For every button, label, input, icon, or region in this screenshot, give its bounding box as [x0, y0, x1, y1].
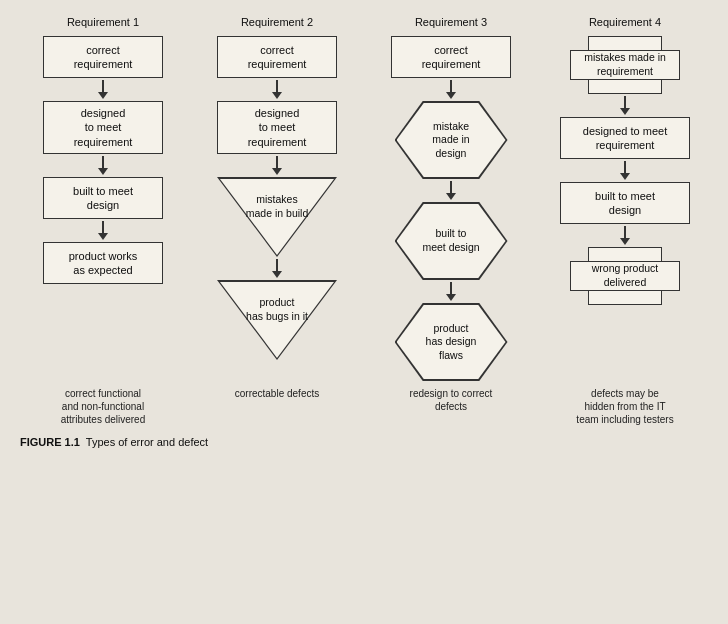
arrow-req2-1: [272, 156, 282, 175]
captions-row: correct functional and non-functional at…: [16, 387, 712, 426]
column-req1: Requirement 1 correct requirement design…: [16, 16, 190, 381]
column-req3: Requirement 3 correct requirement mistak…: [364, 16, 538, 381]
column-req2: Requirement 2 correct requirement design…: [190, 16, 364, 381]
node-req4-2: designed to meet requirement: [560, 117, 690, 159]
col-title-req1: Requirement 1: [67, 16, 139, 28]
node-req2-2: designed to meet requirement: [217, 101, 337, 154]
node-req2-triangle1: mistakes made in build: [217, 177, 337, 257]
node-req4-cross2: wrong product delivered: [570, 247, 680, 305]
col-title-req3: Requirement 3: [415, 16, 487, 28]
arrow-req1-0: [98, 80, 108, 99]
node-req4-cross1-text: mistakes made in requirement: [570, 36, 680, 94]
node-req3-hex3-text: product has design flaws: [397, 305, 506, 379]
arrow-req1-2: [98, 221, 108, 240]
caption-req1: correct functional and non-functional at…: [16, 387, 190, 426]
arrow-req4-2: [620, 226, 630, 245]
node-req3-hex1: mistake made in design: [395, 101, 508, 179]
arrow-req2-0: [272, 80, 282, 99]
caption-req4: defects may be hidden from the IT team i…: [538, 387, 712, 426]
node-req3-hex2: built to meet design: [395, 202, 508, 280]
node-req4-cross1: mistakes made in requirement: [570, 36, 680, 94]
arrow-req3-2: [446, 282, 456, 301]
arrow-req3-0: [446, 80, 456, 99]
column-req4: Requirement 4 mistakes made in requireme…: [538, 16, 712, 381]
node-req4-4: built to meet design: [560, 182, 690, 224]
arrow-req4-0: [620, 96, 630, 115]
columns-row: Requirement 1 correct requirement design…: [16, 16, 712, 381]
node-req4-cross2-text: wrong product delivered: [570, 247, 680, 305]
node-req3-hex3: product has design flaws: [395, 303, 508, 381]
figure-label-desc: Types of error and defect: [83, 436, 208, 448]
node-req2-0: correct requirement: [217, 36, 337, 78]
caption-req3: redesign to correct defects: [364, 387, 538, 426]
arrow-req1-1: [98, 156, 108, 175]
node-req2-triangle2-text: product has bugs in it: [217, 296, 337, 323]
col-title-req2: Requirement 2: [241, 16, 313, 28]
node-req1-4: built to meet design: [43, 177, 163, 219]
caption-req2: correctable defects: [190, 387, 364, 426]
node-req1-6: product works as expected: [43, 242, 163, 284]
node-req3-0: correct requirement: [391, 36, 511, 78]
arrow-req2-2: [272, 259, 282, 278]
node-req2-triangle2: product has bugs in it: [217, 280, 337, 360]
node-req2-triangle1-text: mistakes made in build: [217, 193, 337, 220]
col-title-req4: Requirement 4: [589, 16, 661, 28]
figure-label: FIGURE 1.1 Types of error and defect: [16, 436, 712, 448]
figure-label-bold: FIGURE 1.1: [20, 436, 80, 448]
node-req3-hex2-text: built to meet design: [397, 204, 506, 278]
arrow-req3-1: [446, 181, 456, 200]
diagram-container: Requirement 1 correct requirement design…: [16, 16, 712, 448]
node-req1-0: correct requirement: [43, 36, 163, 78]
node-req3-hex1-text: mistake made in design: [397, 103, 506, 177]
node-req1-2: designed to meet requirement: [43, 101, 163, 154]
arrow-req4-1: [620, 161, 630, 180]
